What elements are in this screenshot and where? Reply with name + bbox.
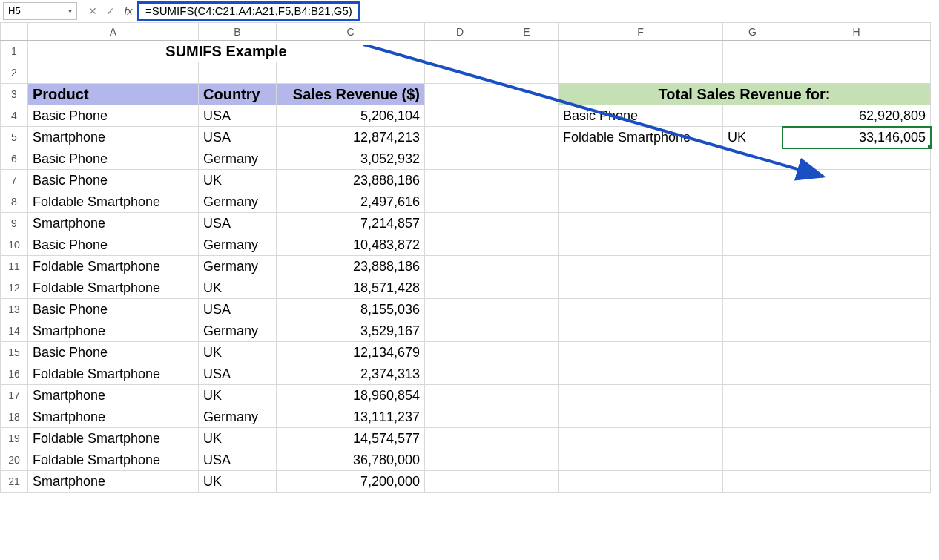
data-revenue[interactable]: 13,111,237 — [277, 406, 425, 428]
cell[interactable] — [425, 105, 495, 127]
cell[interactable] — [425, 363, 495, 385]
data-revenue[interactable]: 5,206,104 — [277, 105, 425, 127]
data-country[interactable]: UK — [199, 385, 277, 406]
data-country[interactable]: Germany — [199, 234, 277, 256]
row-header[interactable]: 18 — [1, 406, 28, 428]
cell[interactable] — [782, 449, 931, 471]
cell[interactable] — [782, 213, 931, 234]
cell[interactable] — [782, 148, 931, 170]
summary-product[interactable]: Foldable Smartphone — [559, 127, 723, 148]
cell[interactable] — [495, 213, 559, 234]
cell[interactable] — [425, 471, 495, 493]
cell[interactable] — [495, 299, 559, 320]
cell[interactable] — [782, 191, 931, 213]
cell[interactable] — [495, 234, 559, 256]
cell[interactable] — [559, 449, 723, 471]
row-header[interactable]: 16 — [1, 363, 28, 385]
data-product[interactable]: Basic Phone — [28, 234, 199, 256]
data-country[interactable]: Germany — [199, 148, 277, 170]
data-country[interactable]: USA — [199, 127, 277, 148]
cell[interactable] — [559, 428, 723, 449]
cell[interactable] — [495, 277, 559, 299]
cell[interactable] — [495, 170, 559, 191]
cell[interactable] — [425, 320, 495, 342]
row-header[interactable]: 13 — [1, 299, 28, 320]
cell[interactable] — [28, 62, 199, 84]
cell[interactable] — [723, 256, 782, 277]
column-header[interactable]: A — [28, 23, 199, 41]
data-country[interactable]: Germany — [199, 256, 277, 277]
cell[interactable] — [425, 84, 495, 105]
cell[interactable] — [495, 363, 559, 385]
cell[interactable] — [782, 471, 931, 493]
row-header[interactable]: 21 — [1, 471, 28, 493]
cell[interactable] — [723, 342, 782, 363]
row-header[interactable]: 7 — [1, 170, 28, 191]
cell[interactable] — [723, 299, 782, 320]
row-header[interactable]: 6 — [1, 148, 28, 170]
formula-input[interactable]: =SUMIFS(C4:C21,A4:A21,F5,B4:B21,G5) — [137, 1, 360, 21]
cell[interactable] — [425, 191, 495, 213]
cell[interactable] — [199, 62, 277, 84]
cell[interactable] — [559, 148, 723, 170]
data-revenue[interactable]: 7,214,857 — [277, 213, 425, 234]
row-header[interactable]: 19 — [1, 428, 28, 449]
cell[interactable] — [782, 62, 931, 84]
cell[interactable] — [723, 406, 782, 428]
cell[interactable] — [425, 428, 495, 449]
data-product[interactable]: Foldable Smartphone — [28, 277, 199, 299]
cell[interactable] — [559, 342, 723, 363]
cell[interactable] — [425, 213, 495, 234]
cell[interactable] — [495, 385, 559, 406]
cell[interactable] — [559, 406, 723, 428]
cell[interactable] — [559, 471, 723, 493]
cell[interactable] — [495, 428, 559, 449]
cancel-formula-button[interactable]: ✕ — [84, 2, 102, 20]
cell[interactable] — [723, 449, 782, 471]
cell[interactable] — [425, 449, 495, 471]
cell[interactable] — [425, 234, 495, 256]
column-header[interactable]: H — [782, 23, 931, 41]
data-country[interactable]: UK — [199, 170, 277, 191]
cell[interactable] — [425, 385, 495, 406]
cell[interactable] — [782, 363, 931, 385]
row-header[interactable]: 10 — [1, 234, 28, 256]
column-header[interactable]: D — [425, 23, 495, 41]
data-product[interactable]: Smartphone — [28, 385, 199, 406]
data-product[interactable]: Smartphone — [28, 320, 199, 342]
data-product[interactable]: Smartphone — [28, 213, 199, 234]
cell[interactable] — [425, 148, 495, 170]
cell[interactable] — [723, 320, 782, 342]
column-header[interactable]: F — [559, 23, 723, 41]
cell[interactable] — [723, 62, 782, 84]
cell[interactable] — [723, 471, 782, 493]
cell[interactable] — [723, 148, 782, 170]
cell[interactable] — [559, 277, 723, 299]
data-country[interactable]: USA — [199, 299, 277, 320]
cell[interactable] — [723, 428, 782, 449]
cell[interactable] — [425, 277, 495, 299]
data-country[interactable]: USA — [199, 449, 277, 471]
data-product[interactable]: Smartphone — [28, 127, 199, 148]
cell[interactable] — [782, 385, 931, 406]
data-country[interactable]: Germany — [199, 191, 277, 213]
cell[interactable] — [559, 41, 723, 62]
cell[interactable] — [495, 342, 559, 363]
data-product[interactable]: Basic Phone — [28, 105, 199, 127]
cell[interactable] — [782, 41, 931, 62]
cell[interactable] — [723, 277, 782, 299]
row-header[interactable]: 4 — [1, 105, 28, 127]
data-revenue[interactable]: 3,052,932 — [277, 148, 425, 170]
data-product[interactable]: Foldable Smartphone — [28, 449, 199, 471]
data-country[interactable]: UK — [199, 428, 277, 449]
data-revenue[interactable]: 18,960,854 — [277, 385, 425, 406]
column-header[interactable]: E — [495, 23, 559, 41]
cell[interactable] — [782, 428, 931, 449]
cell[interactable] — [559, 234, 723, 256]
cell[interactable] — [559, 256, 723, 277]
data-product[interactable]: Smartphone — [28, 471, 199, 493]
data-product[interactable]: Foldable Smartphone — [28, 363, 199, 385]
cell[interactable] — [425, 62, 495, 84]
data-revenue[interactable]: 14,574,577 — [277, 428, 425, 449]
cell[interactable] — [425, 342, 495, 363]
